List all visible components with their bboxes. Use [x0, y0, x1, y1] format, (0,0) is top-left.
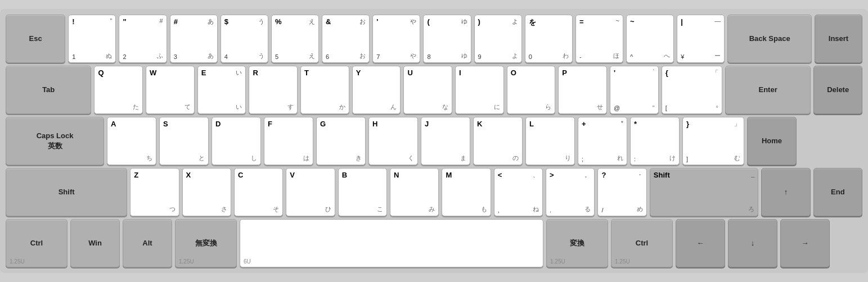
key-tab-label: Tab	[10, 69, 87, 111]
key-tab[interactable]: Tab	[6, 66, 91, 114]
key-caret[interactable]: ~ ^ へ	[626, 15, 674, 63]
key-space-size: 6U	[244, 258, 251, 265]
key-f[interactable]: F は	[264, 117, 313, 165]
key-up-label: ↑	[765, 171, 806, 213]
key-o[interactable]: O ら	[507, 66, 556, 114]
key-delete[interactable]: Delete	[813, 66, 862, 114]
key-ctrl-left-size: 1.25U	[10, 258, 25, 265]
key-l[interactable]: L り	[525, 117, 575, 165]
keyboard-row-1: Esc ! " 1 ぬ " # 2 ふ # あ 3 あ	[6, 15, 862, 63]
key-home[interactable]: Home	[747, 117, 797, 165]
key-shift-right[interactable]: Shift _ ろ	[650, 168, 758, 216]
key-h[interactable]: H く	[368, 117, 418, 165]
key-at[interactable]: ' ` @ "	[610, 66, 659, 114]
keyboard-row-3: Caps Lock英数 A ち S と D し	[6, 117, 862, 165]
key-down-label: ↓	[732, 222, 773, 265]
key-muhenkan-size: 1.25U	[179, 258, 194, 265]
key-enter[interactable]: Enter	[725, 66, 811, 114]
key-2[interactable]: " # 2 ふ	[119, 15, 167, 63]
key-ctrl-left[interactable]: Ctrl 1.25U	[6, 219, 68, 267]
key-j[interactable]: J ま	[421, 117, 470, 165]
key-i[interactable]: I に	[455, 66, 504, 114]
key-end-label: End	[817, 171, 858, 213]
key-a[interactable]: A ち	[107, 117, 156, 165]
key-win[interactable]: Win	[70, 219, 120, 267]
key-henkan[interactable]: 変換 1.25U	[546, 219, 608, 267]
key-s[interactable]: S と	[159, 117, 209, 165]
key-space[interactable]: 6U	[240, 219, 543, 267]
key-delete-label: Delete	[817, 69, 858, 111]
key-4[interactable]: $ う 4 う	[221, 15, 268, 63]
key-alt[interactable]: Alt	[123, 219, 172, 267]
key-b[interactable]: B こ	[338, 168, 387, 216]
key-v[interactable]: V ひ	[286, 168, 335, 216]
key-capslock-label: Caps Lock英数	[10, 120, 100, 162]
key-space-label	[244, 222, 539, 265]
key-r[interactable]: R す	[249, 66, 298, 114]
key-left-label: ←	[680, 222, 721, 265]
key-q[interactable]: Q た	[94, 66, 143, 114]
keyboard-row-5: Ctrl 1.25U Win Alt 無変換 1.25U 6U 変換 1.25U…	[6, 219, 862, 267]
key-w[interactable]: W て	[146, 66, 195, 114]
key-minus[interactable]: = ~ - ほ	[575, 15, 623, 63]
keyboard-row-4: Shift Z つ X さ C そ	[6, 168, 862, 216]
key-7[interactable]: ' や 7 や	[372, 15, 420, 63]
key-ctrl-right-size: 1.25U	[615, 258, 630, 265]
key-semicolon[interactable]: + * ; れ	[578, 117, 627, 165]
key-t[interactable]: T か	[300, 66, 349, 114]
key-insert[interactable]: Insert	[815, 15, 862, 63]
key-bracket-right[interactable]: } 」 ] む	[682, 117, 744, 165]
key-backspace-label: Back Space	[731, 17, 808, 60]
key-p[interactable]: P せ	[558, 66, 607, 114]
key-slash[interactable]: ? ・ / め	[597, 168, 646, 216]
key-3[interactable]: # あ 3 あ	[170, 15, 218, 63]
key-period[interactable]: > 。 . る	[546, 168, 595, 216]
key-9[interactable]: ) よ 9 よ	[474, 15, 522, 63]
key-u[interactable]: U な	[403, 66, 452, 114]
key-left[interactable]: ←	[676, 219, 725, 267]
key-esc[interactable]: Esc	[6, 15, 65, 63]
key-capslock[interactable]: Caps Lock英数	[6, 117, 104, 165]
key-d[interactable]: D し	[212, 117, 261, 165]
key-right[interactable]: →	[780, 219, 830, 267]
key-m[interactable]: M も	[442, 168, 491, 216]
key-muhenkan[interactable]: 無変換 1.25U	[175, 219, 237, 267]
key-bracket-left[interactable]: { 「 [ °	[662, 66, 722, 114]
key-8[interactable]: ( ゆ 8 ゆ	[423, 15, 471, 63]
key-shift-left-label: Shift	[10, 171, 123, 213]
key-colon[interactable]: * : け	[630, 117, 680, 165]
key-shift-left[interactable]: Shift	[6, 168, 127, 216]
key-esc-label: Esc	[10, 17, 61, 60]
key-ctrl-right[interactable]: Ctrl 1.25U	[611, 219, 673, 267]
key-6[interactable]: & お 6 お	[322, 15, 370, 63]
key-right-label: →	[784, 222, 826, 265]
key-5[interactable]: % え 5 え	[271, 15, 319, 63]
key-up[interactable]: ↑	[761, 168, 810, 216]
key-yen[interactable]: | — ¥ ー	[677, 15, 725, 63]
keyboard: Esc ! " 1 ぬ " # 2 ふ # あ 3 あ	[0, 9, 868, 273]
key-x[interactable]: X さ	[182, 168, 231, 216]
key-0[interactable]: を 0 わ	[525, 15, 573, 63]
key-backspace[interactable]: Back Space	[727, 15, 812, 63]
key-g[interactable]: G き	[316, 117, 366, 165]
key-c[interactable]: C そ	[234, 168, 283, 216]
key-down[interactable]: ↓	[728, 219, 777, 267]
key-alt-label: Alt	[127, 222, 168, 265]
key-insert-label: Insert	[818, 17, 858, 60]
key-k[interactable]: K の	[473, 117, 523, 165]
key-z[interactable]: Z つ	[130, 168, 179, 216]
key-henkan-size: 1.25U	[550, 258, 565, 265]
key-y[interactable]: Y ん	[352, 66, 401, 114]
key-home-label: Home	[751, 120, 793, 162]
key-win-label: Win	[74, 222, 116, 265]
key-enter-label: Enter	[729, 69, 807, 111]
key-1[interactable]: ! " 1 ぬ	[68, 15, 116, 63]
key-comma[interactable]: < 、 , ね	[494, 168, 543, 216]
key-end[interactable]: End	[813, 168, 862, 216]
key-n[interactable]: N み	[390, 168, 439, 216]
keyboard-row-2: Tab Q た W て E い い	[6, 66, 862, 114]
key-e[interactable]: E い い	[197, 66, 246, 114]
